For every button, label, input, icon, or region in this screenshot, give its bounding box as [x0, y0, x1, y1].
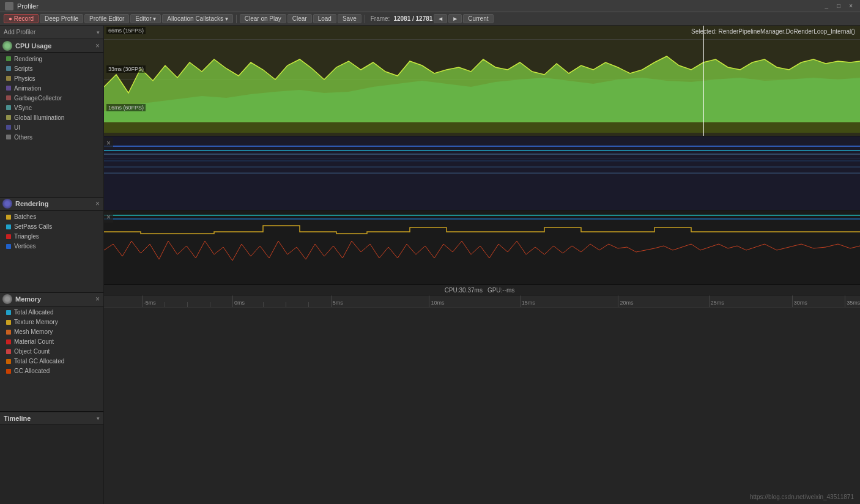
animation-label: Animation: [14, 85, 41, 92]
list-item[interactable]: Triangles: [0, 232, 103, 242]
list-item[interactable]: Scripts: [0, 64, 103, 73]
profile-editor-button[interactable]: Profile Editor: [84, 14, 129, 23]
material-count-label: Material Count: [14, 338, 54, 345]
cpu-chart-panel: 66ms (15FPS) 33ms (30FPS) 16ms (60FPS) S…: [104, 26, 860, 136]
list-item[interactable]: SetPass Calls: [0, 222, 103, 232]
others-dot: [6, 135, 11, 139]
texture-mem-dot: [6, 320, 11, 325]
list-item[interactable]: Total Allocated: [0, 308, 103, 317]
clear-on-play-button[interactable]: Clear on Play: [240, 14, 286, 23]
triangles-dot: [6, 234, 11, 239]
subtick: [165, 302, 165, 307]
vsync-dot: [6, 105, 11, 110]
tick-10: 10ms: [429, 295, 444, 307]
add-profiler-row[interactable]: Add Profiler ▾: [0, 26, 103, 39]
rendering-close-button[interactable]: ×: [94, 200, 101, 207]
gpu-time-label: GPU:--ms: [487, 287, 514, 294]
scripts-dot: [6, 66, 11, 71]
timeline-arrow-icon: ▾: [97, 415, 100, 421]
save-button[interactable]: Save: [338, 14, 361, 23]
rendering-chart-close[interactable]: ×: [104, 138, 113, 149]
timeline-title: Timeline: [4, 415, 31, 422]
list-item[interactable]: VSync: [0, 103, 103, 113]
list-item[interactable]: Material Count: [0, 337, 103, 347]
next-frame-button[interactable]: ►: [448, 14, 462, 23]
list-item[interactable]: Mesh Memory: [0, 327, 103, 337]
vertices-dot: [6, 244, 11, 249]
tick-minus5: -5ms: [142, 295, 156, 307]
clear-button[interactable]: Clear: [287, 14, 312, 23]
timeline-header: Timeline ▾: [0, 412, 103, 425]
rendering-items: Batches SetPass Calls Triangles Vertices: [0, 211, 103, 253]
rendering-chart[interactable]: [104, 136, 860, 210]
tick-35-label: 35ms: [845, 300, 860, 306]
selected-info: Selected: RenderPipelineManager.DoRender…: [691, 28, 855, 35]
fps-60-label: 16ms (60FPS): [106, 104, 146, 111]
list-item[interactable]: Texture Memory: [0, 317, 103, 327]
gi-label: Global Illumination: [14, 114, 64, 121]
current-button[interactable]: Current: [463, 14, 493, 23]
list-item[interactable]: Vertices: [0, 242, 103, 251]
tick-25: 25ms: [709, 295, 724, 307]
subtick: [210, 302, 210, 307]
toolbar: ● Record Deep Profile Profile Editor Edi…: [0, 12, 860, 26]
sidebar: Add Profiler ▾ CPU Usage × Rendering Scr…: [0, 26, 104, 504]
physics-label: Physics: [14, 75, 35, 82]
list-item[interactable]: GC Allocated: [0, 366, 103, 376]
ui-label: UI: [14, 124, 20, 131]
memory-title: Memory: [15, 295, 41, 303]
list-item[interactable]: Object Count: [0, 347, 103, 357]
list-item[interactable]: Rendering: [0, 54, 103, 64]
load-button[interactable]: Load: [313, 14, 336, 23]
tick-0-label: 0ms: [233, 300, 245, 306]
setpass-label: SetPass Calls: [14, 223, 52, 230]
list-item[interactable]: Batches: [0, 212, 103, 222]
frame-label: Frame:: [371, 15, 390, 22]
toolbar-separator-1: [236, 15, 237, 23]
memory-close-button[interactable]: ×: [94, 295, 101, 303]
tick-10-label: 10ms: [429, 300, 444, 306]
list-item[interactable]: Others: [0, 132, 103, 142]
allocation-callstacks-button[interactable]: Allocation Callstacks ▾: [162, 14, 232, 23]
editor-button[interactable]: Editor ▾: [130, 14, 161, 23]
cpu-status-bar: CPU:30.37ms GPU:--ms: [104, 284, 860, 295]
cpu-section: CPU Usage × Rendering Scripts Physics: [0, 39, 103, 198]
cpu-close-button[interactable]: ×: [94, 42, 101, 50]
tick-minus5-label: -5ms: [143, 300, 156, 306]
minimize-button[interactable]: _: [823, 2, 831, 9]
total-gc-dot: [6, 359, 11, 364]
add-profiler-arrow-icon: ▾: [97, 29, 100, 35]
mesh-mem-label: Mesh Memory: [14, 328, 53, 335]
window-controls[interactable]: _ □ ×: [823, 2, 855, 9]
list-item[interactable]: Physics: [0, 73, 103, 83]
animation-dot: [6, 86, 11, 91]
cpu-title: CPU Usage: [15, 42, 51, 50]
deep-profile-button[interactable]: Deep Profile: [40, 14, 83, 23]
list-item[interactable]: UI: [0, 122, 103, 132]
memory-icon: [2, 294, 12, 304]
content-area: 66ms (15FPS) 33ms (30FPS) 16ms (60FPS) S…: [104, 26, 860, 504]
list-item[interactable]: Total GC Allocated: [0, 357, 103, 366]
material-count-dot: [6, 339, 11, 344]
memory-chart-panel: ×: [104, 210, 860, 284]
add-profiler-label: Add Profiler: [4, 29, 35, 35]
tick-15-label: 15ms: [521, 300, 535, 306]
physics-dot: [6, 76, 11, 81]
batches-label: Batches: [14, 213, 36, 220]
prev-frame-button[interactable]: ◄: [434, 14, 447, 23]
list-item[interactable]: GarbageCollector: [0, 93, 103, 103]
vertices-label: Vertices: [14, 243, 36, 250]
list-item[interactable]: Animation: [0, 83, 103, 93]
close-button[interactable]: ×: [847, 2, 855, 9]
list-item[interactable]: Global Illumination: [0, 113, 103, 122]
cpu-chart[interactable]: 66ms (15FPS) 33ms (30FPS) 16ms (60FPS) S…: [104, 26, 860, 136]
memory-chart-close[interactable]: ×: [104, 212, 113, 223]
maximize-button[interactable]: □: [834, 2, 843, 9]
record-button[interactable]: ● Record: [4, 14, 39, 23]
memory-chart[interactable]: [104, 210, 860, 284]
rendering-panel-header: Rendering ×: [0, 198, 103, 211]
tick-35: 35ms: [845, 295, 860, 307]
rendering-chart-panel: ×: [104, 136, 860, 210]
toolbar-separator-2: [365, 15, 365, 23]
timeline-area: -5ms 0ms 5ms 10ms 15ms 20ms 25ms: [104, 295, 860, 504]
